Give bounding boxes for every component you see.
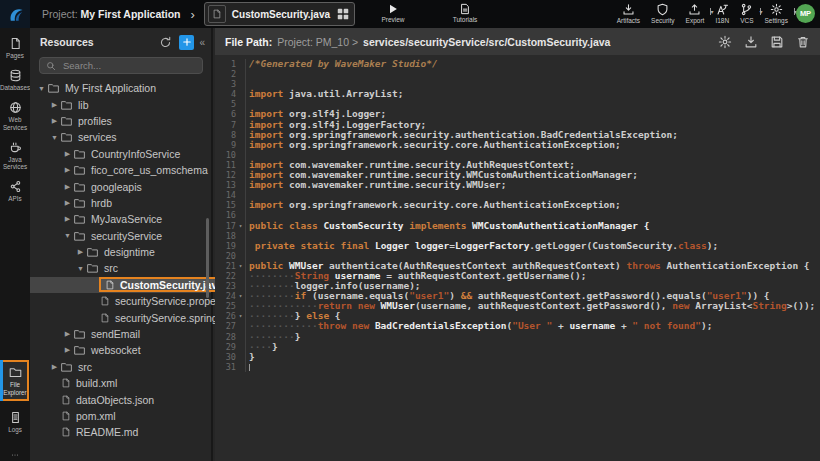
breadcrumb[interactable]: Project: My First Application xyxy=(42,8,180,20)
fold-arrow-icon[interactable]: ▾ xyxy=(236,291,245,301)
sidebar-item-databases[interactable]: Databases xyxy=(0,69,30,91)
tutorials-button[interactable]: Tutorials xyxy=(443,3,487,23)
line-number: 26 xyxy=(215,311,236,321)
code-line[interactable]: 9import org.springframework.security.cor… xyxy=(215,140,820,150)
code-editor[interactable]: 1/*Generated by WaveMaker Studio*/234imp… xyxy=(215,55,820,372)
line-number: 21 xyxy=(215,261,236,271)
sidebar-item-apis[interactable]: APIs xyxy=(0,180,30,202)
tree-item-readme-md[interactable]: README.md xyxy=(30,424,211,440)
tree-item-hrdb[interactable]: ▶hrdb xyxy=(30,195,211,211)
folder-icon xyxy=(60,361,73,373)
sidebar-item-file-explorer[interactable]: File Explorer xyxy=(1,360,29,400)
tree-item-securityservice[interactable]: ▼securityService xyxy=(30,228,211,244)
delete-button[interactable] xyxy=(796,35,810,49)
fold-arrow-icon[interactable]: ▾ xyxy=(236,261,245,271)
chevron-right-icon[interactable]: ▶ xyxy=(75,248,86,256)
tree-item-designtime[interactable]: ▶designtime xyxy=(30,244,211,260)
tree-item-my-first-application[interactable]: ▼My First Application xyxy=(30,80,211,96)
chevron-right-icon[interactable]: ▶ xyxy=(49,363,60,371)
open-file-tab[interactable]: CustomSecurity.java xyxy=(204,2,355,26)
search-input[interactable] xyxy=(61,59,196,72)
tree-item-googleapis[interactable]: ▶googleapis xyxy=(30,178,211,194)
wavemaker-logo-icon[interactable] xyxy=(0,0,30,28)
chevron-right-icon[interactable]: ▶ xyxy=(62,346,73,354)
chevron-right-icon[interactable]: ▶ xyxy=(62,199,73,207)
resource-search[interactable] xyxy=(39,57,203,74)
tree-item-label: build.xml xyxy=(76,377,117,389)
code-line[interactable]: 4import java.util.ArrayList; xyxy=(215,89,820,99)
fold-arrow-icon[interactable]: ▾ xyxy=(236,311,245,321)
code-line[interactable]: 29····} xyxy=(215,342,820,352)
chevron-right-icon[interactable]: ▶ xyxy=(62,215,73,223)
settings-button[interactable] xyxy=(718,35,732,49)
chevron-right-icon[interactable]: ▶ xyxy=(49,117,60,125)
code-line[interactable]: 28········} xyxy=(215,332,820,342)
user-avatar[interactable]: MP xyxy=(796,4,815,23)
tree-item-myjavaservice[interactable]: ▶MyJavaService xyxy=(30,211,211,227)
topbar-item-export[interactable]: Export▾ xyxy=(686,3,705,24)
sidebar-item-label: Logs xyxy=(8,426,22,433)
chevron-down-icon[interactable]: ▼ xyxy=(36,85,47,92)
code-line[interactable]: 15import org.springframework.security.co… xyxy=(215,200,820,210)
play-icon xyxy=(387,3,399,15)
code-line[interactable]: 13import com.wavemaker.runtime.security.… xyxy=(215,180,820,190)
tree-item-securityservice-spring-xml[interactable]: securityService.spring.xml xyxy=(30,309,211,325)
topbar-item-settings[interactable]: Settings▾ xyxy=(765,3,789,24)
tree-item-securityservice-properties[interactable]: securityService.properties xyxy=(30,293,211,309)
chevron-right-icon[interactable]: ▶ xyxy=(49,101,60,109)
tree-item-services[interactable]: ▼services xyxy=(30,129,211,145)
topbar-item-i18n[interactable]: I18N xyxy=(715,3,729,24)
chevron-down-icon[interactable]: ▼ xyxy=(75,265,86,272)
tree-item-countryinfoservice[interactable]: ▶CountryInfoService xyxy=(30,146,211,162)
sidebar-item-logs[interactable]: Logs xyxy=(0,411,30,433)
tree-item-websocket[interactable]: ▶websocket xyxy=(30,342,211,358)
save-button[interactable] xyxy=(770,35,784,49)
code-text: import java.util.ArrayList; xyxy=(245,89,820,99)
tree-item-sendemail[interactable]: ▶sendEmail xyxy=(30,326,211,342)
preview-button[interactable]: Preview xyxy=(371,3,415,23)
grid-icon[interactable] xyxy=(336,7,350,21)
tree-item-lib[interactable]: ▶lib xyxy=(30,96,211,112)
code-line[interactable]: 31 xyxy=(215,362,820,372)
download-button[interactable] xyxy=(744,35,758,49)
code-line[interactable]: 30} xyxy=(215,352,820,362)
file-icon xyxy=(208,5,226,23)
code-text: import org.springframework.security.core… xyxy=(245,200,820,210)
code-line[interactable]: 27············throw new BadCredentialsEx… xyxy=(215,321,820,331)
line-number: 22 xyxy=(215,271,236,281)
ellipsis-icon[interactable] xyxy=(8,445,22,453)
chevron-down-icon[interactable]: ▼ xyxy=(62,232,73,239)
tree-item-fico-core-us-omschema[interactable]: ▶fico_core_us_omschema xyxy=(30,162,211,178)
tree-item-label: services xyxy=(78,131,117,143)
fold-arrow-icon[interactable]: ▾ xyxy=(236,221,245,231)
chevron-down-icon[interactable]: ▼ xyxy=(49,134,60,141)
code-line[interactable]: 2 xyxy=(215,69,820,79)
code-line[interactable]: 1/*Generated by WaveMaker Studio*/ xyxy=(215,59,820,69)
code-line[interactable]: 17▾public class CustomSecurity implement… xyxy=(215,221,820,231)
collapse-panel-icon[interactable]: « xyxy=(199,37,205,48)
chevron-right-icon[interactable]: ▶ xyxy=(62,330,73,338)
sidebar-item-java-services[interactable]: Java Services xyxy=(0,141,30,170)
globe-icon xyxy=(9,101,22,114)
tree-scrollbar[interactable] xyxy=(206,218,209,298)
topbar-right-actions: ArtifactsSecurityExport▾I18NVCS▾Settings… xyxy=(617,3,788,24)
topbar-item-vcs[interactable]: VCS▾ xyxy=(740,3,753,24)
topbar-item-security[interactable]: Security xyxy=(651,3,674,24)
tree-item-src[interactable]: ▶src xyxy=(30,359,211,375)
file-icon xyxy=(61,426,71,438)
tree-item-src[interactable]: ▼src xyxy=(30,260,211,276)
chevron-right-icon[interactable]: ▶ xyxy=(62,150,73,158)
add-resource-button[interactable] xyxy=(179,35,194,50)
tree-item-dataobjects-json[interactable]: dataObjects.json xyxy=(30,391,211,407)
sidebar-item-web-services[interactable]: Web Services xyxy=(0,101,30,130)
tree-item-profiles[interactable]: ▶profiles xyxy=(30,113,211,129)
chevron-right-icon[interactable]: ▶ xyxy=(62,183,73,191)
refresh-icon[interactable] xyxy=(159,36,172,49)
topbar-item-artifacts[interactable]: Artifacts xyxy=(617,3,640,24)
code-line[interactable]: 19 private static final Logger logger=Lo… xyxy=(215,241,820,251)
tree-item-pom-xml[interactable]: pom.xml xyxy=(30,408,211,424)
chevron-right-icon[interactable]: ▶ xyxy=(62,166,73,174)
tree-item-build-xml[interactable]: build.xml xyxy=(30,375,211,391)
tree-item-customsecurity-java[interactable]: CustomSecurity.java xyxy=(30,277,211,293)
sidebar-item-pages[interactable]: Pages xyxy=(0,37,30,59)
